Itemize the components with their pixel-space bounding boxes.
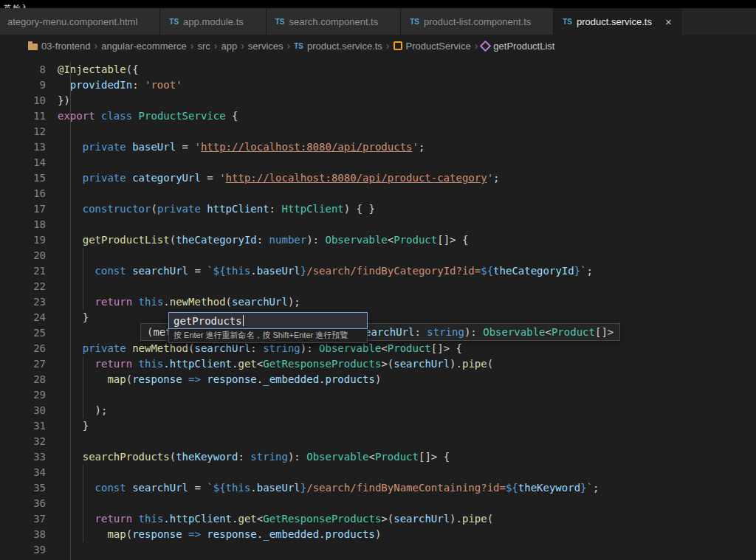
indent-guide: [83, 465, 83, 542]
code-line-17[interactable]: 17 constructor(private httpClient: HttpC…: [0, 201, 756, 217]
breadcrumb-item-productservice[interactable]: ProductService: [394, 41, 471, 52]
code-line-12[interactable]: 12: [0, 124, 756, 139]
rename-widget: getProducts 按 Enter 進行重新命名，按 Shift+Enter…: [168, 312, 368, 343]
breadcrumb-label: src: [197, 41, 210, 52]
breadcrumb-label: ProductService: [406, 41, 471, 52]
line-number[interactable]: 37: [0, 511, 46, 527]
breadcrumb-label: app: [221, 41, 237, 52]
line-number[interactable]: 22: [0, 279, 46, 294]
line-number[interactable]: 20: [0, 248, 46, 263]
breadcrumb-item-app[interactable]: app: [221, 41, 237, 52]
breadcrumb-item-03-frontend[interactable]: 03-frontend: [28, 41, 91, 52]
line-number[interactable]: 35: [0, 480, 46, 496]
code-line-8[interactable]: 8@Injectable({: [0, 62, 756, 77]
method-symbol-icon: [480, 40, 492, 52]
code-line-22[interactable]: 22: [0, 279, 756, 294]
line-number[interactable]: 25: [0, 325, 46, 341]
line-number[interactable]: 10: [0, 93, 46, 108]
code-line-37[interactable]: 37 return this.httpClient.get<GetRespons…: [0, 511, 756, 527]
code-line-21[interactable]: 21 const searchUrl = `${this.baseUrl}/se…: [0, 263, 756, 279]
line-number[interactable]: 21: [0, 263, 46, 279]
code-line-31[interactable]: 31 }: [0, 418, 756, 434]
breadcrumb-item-product-service-ts[interactable]: TSproduct.service.ts: [294, 41, 382, 52]
line-number[interactable]: 18: [0, 217, 46, 232]
code-line-16[interactable]: 16: [0, 186, 756, 201]
line-number[interactable]: 14: [0, 155, 46, 170]
line-number[interactable]: 36: [0, 496, 46, 511]
code-line-19[interactable]: 19 getProductList(theCategoryId: number)…: [0, 232, 756, 248]
tab-ategory-menu-component-html[interactable]: ategory-menu.component.html: [0, 8, 160, 35]
line-number[interactable]: 29: [0, 387, 46, 403]
line-number[interactable]: 19: [0, 232, 46, 248]
line-number[interactable]: 38: [0, 527, 46, 542]
tab-product-service-ts[interactable]: TSproduct.service.ts×: [554, 8, 681, 35]
line-number[interactable]: 39: [0, 542, 46, 558]
line-number[interactable]: 34: [0, 465, 46, 480]
code-line-35[interactable]: 35 const searchUrl = `${this.baseUrl}/se…: [0, 480, 756, 496]
code-editor[interactable]: 8@Injectable({9 providedIn: 'root'10})11…: [0, 57, 756, 560]
close-icon[interactable]: ×: [665, 16, 672, 27]
folder-icon: [28, 44, 38, 50]
tab-label: app.module.ts: [183, 16, 244, 27]
line-number[interactable]: 30: [0, 403, 46, 418]
line-number[interactable]: 33: [0, 449, 46, 465]
code-line-36[interactable]: 36: [0, 496, 756, 511]
indent-guide: [83, 248, 83, 310]
breadcrumb-item-getproductlist[interactable]: getProductList: [481, 41, 554, 52]
line-number[interactable]: 15: [0, 170, 46, 186]
line-content: map(response => response._embedded.produ…: [58, 527, 381, 542]
line-content: return this.httpClient.get<GetResponsePr…: [58, 511, 493, 527]
code-line-30[interactable]: 30 );: [0, 403, 756, 418]
code-line-38[interactable]: 38 map(response => response._embedded.pr…: [0, 527, 756, 542]
tab-app-module-ts[interactable]: TSapp.module.ts: [160, 8, 266, 35]
line-number[interactable]: 16: [0, 186, 46, 201]
code-line-23[interactable]: 23 return this.newMethod(searchUrl);: [0, 294, 756, 310]
line-number[interactable]: 27: [0, 356, 46, 372]
code-line-34[interactable]: 34: [0, 465, 756, 480]
line-content: export class ProductService {: [58, 108, 238, 124]
line-number[interactable]: 28: [0, 372, 46, 387]
line-content: return this.httpClient.get<GetResponsePr…: [58, 356, 493, 372]
rename-value: getProducts: [173, 315, 242, 327]
line-content: private newMethod(searchUrl: string): Ob…: [58, 341, 462, 356]
line-number[interactable]: 8: [0, 62, 46, 77]
code-line-27[interactable]: 27 return this.httpClient.get<GetRespons…: [0, 356, 756, 372]
code-line-13[interactable]: 13 private baseUrl = 'http://localhost:8…: [0, 139, 756, 155]
code-line-18[interactable]: 18: [0, 217, 756, 232]
line-number[interactable]: 24: [0, 310, 46, 325]
line-number[interactable]: 13: [0, 139, 46, 155]
breadcrumb-item-services[interactable]: services: [248, 41, 284, 52]
line-number[interactable]: 23: [0, 294, 46, 310]
breadcrumb-item-angular-ecommerce[interactable]: angular-ecommerce: [101, 41, 187, 52]
code-line-20[interactable]: 20: [0, 248, 756, 263]
tab-search-component-ts[interactable]: TSsearch.component.ts: [267, 8, 401, 35]
code-line-9[interactable]: 9 providedIn: 'root': [0, 77, 756, 93]
line-number[interactable]: 9: [0, 77, 46, 93]
code-line-33[interactable]: 33 searchProducts(theKeyword: string): O…: [0, 449, 756, 465]
line-number[interactable]: 12: [0, 124, 46, 139]
indent-guide: [70, 62, 71, 560]
line-number[interactable]: 32: [0, 434, 46, 449]
code-line-14[interactable]: 14: [0, 155, 756, 170]
breadcrumb-item-src[interactable]: src: [197, 41, 210, 52]
tab-label: product-list.component.ts: [424, 16, 531, 27]
code-line-28[interactable]: 28 map(response => response._embedded.pr…: [0, 372, 756, 387]
code-line-39[interactable]: 39: [0, 542, 756, 558]
code-line-32[interactable]: 32: [0, 434, 756, 449]
code-line-26[interactable]: 26 private newMethod(searchUrl: string):…: [0, 341, 756, 356]
code-line-11[interactable]: 11export class ProductService {: [0, 108, 756, 124]
line-number[interactable]: 11: [0, 108, 46, 124]
line-content: private baseUrl = 'http://localhost:8080…: [58, 139, 425, 155]
line-number[interactable]: 26: [0, 341, 46, 356]
tab-product-list-component-ts[interactable]: TSproduct-list.component.ts: [401, 8, 554, 35]
line-number[interactable]: 31: [0, 418, 46, 434]
line-content: constructor(private httpClient: HttpClie…: [58, 201, 375, 217]
line-number[interactable]: 17: [0, 201, 46, 217]
breadcrumb-separator: ›: [386, 40, 390, 52]
rename-input[interactable]: getProducts: [168, 312, 368, 329]
code-line-29[interactable]: 29: [0, 387, 756, 403]
window-top-strip: 英 輸入: [0, 0, 756, 8]
code-line-10[interactable]: 10}): [0, 93, 756, 108]
line-content: private categoryUrl = 'http://localhost:…: [58, 170, 500, 186]
code-line-15[interactable]: 15 private categoryUrl = 'http://localho…: [0, 170, 756, 186]
